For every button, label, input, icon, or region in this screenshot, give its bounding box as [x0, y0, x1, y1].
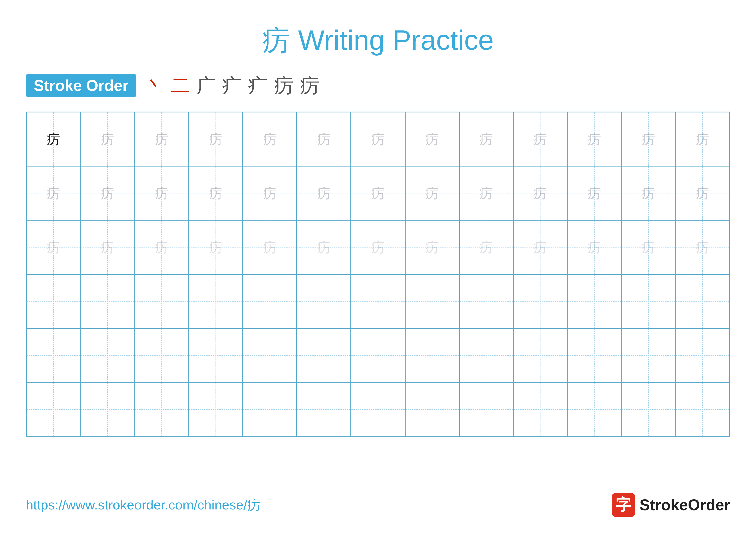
footer: https://www.strokeorder.com/chinese/疠 字 …	[26, 493, 730, 517]
practice-character: 疠	[101, 133, 114, 146]
grid-cell[interactable]: 疠	[513, 166, 567, 220]
grid-cell[interactable]: 疠	[243, 220, 297, 274]
grid-cell[interactable]: 疠	[513, 220, 567, 274]
grid-cell[interactable]: 疠	[459, 166, 513, 220]
stroke-sequence: 丶 二 广 疒 疒 疠 疠	[145, 72, 319, 99]
grid-cell[interactable]: 疠	[189, 112, 243, 166]
grid-row	[26, 274, 730, 328]
practice-character: 疠	[317, 187, 331, 200]
grid-cell[interactable]: 疠	[513, 112, 567, 166]
practice-character: 疠	[588, 187, 601, 200]
stroke-1: 丶	[145, 72, 164, 99]
grid-cell[interactable]	[622, 382, 676, 436]
grid-cell[interactable]: 疠	[26, 112, 80, 166]
grid-cell[interactable]: 疠	[622, 166, 676, 220]
grid-cell[interactable]: 疠	[134, 112, 189, 166]
grid-cell[interactable]: 疠	[351, 166, 405, 220]
practice-character: 疠	[371, 133, 385, 146]
grid-cell[interactable]	[134, 328, 189, 382]
grid-cell[interactable]: 疠	[567, 166, 622, 220]
grid-cell[interactable]: 疠	[459, 112, 513, 166]
grid-cell[interactable]	[189, 328, 243, 382]
practice-character: 疠	[263, 241, 277, 254]
grid-cell[interactable]	[351, 382, 405, 436]
stroke-4: 疒	[222, 72, 242, 99]
practice-character: 疠	[263, 187, 277, 200]
grid-cell[interactable]	[80, 328, 134, 382]
grid-cell[interactable]: 疠	[80, 112, 134, 166]
grid-cell[interactable]	[622, 274, 676, 328]
grid-cell[interactable]	[351, 328, 405, 382]
practice-character: 疠	[696, 187, 709, 200]
grid-cell[interactable]: 疠	[351, 112, 405, 166]
grid-cell[interactable]	[405, 328, 459, 382]
grid-cell[interactable]: 疠	[405, 112, 459, 166]
grid-cell[interactable]	[513, 274, 567, 328]
grid-cell[interactable]	[405, 274, 459, 328]
grid-cell[interactable]	[134, 382, 189, 436]
practice-character: 疠	[642, 187, 655, 200]
grid-cell[interactable]	[297, 382, 351, 436]
grid-cell[interactable]	[351, 274, 405, 328]
grid-cell[interactable]: 疠	[243, 166, 297, 220]
grid-cell[interactable]	[26, 382, 80, 436]
grid-cell[interactable]: 疠	[405, 166, 459, 220]
practice-character: 疠	[588, 133, 601, 146]
grid-cell[interactable]	[243, 274, 297, 328]
grid-cell[interactable]	[513, 382, 567, 436]
grid-cell[interactable]: 疠	[297, 166, 351, 220]
grid-cell[interactable]: 疠	[676, 112, 730, 166]
grid-cell[interactable]	[676, 328, 730, 382]
grid-cell[interactable]: 疠	[297, 220, 351, 274]
grid-cell[interactable]: 疠	[676, 220, 730, 274]
grid-cell[interactable]	[676, 382, 730, 436]
grid-cell[interactable]: 疠	[134, 166, 189, 220]
grid-cell[interactable]	[189, 382, 243, 436]
grid-cell[interactable]	[567, 382, 622, 436]
grid-cell[interactable]	[26, 274, 80, 328]
grid-cell[interactable]	[567, 274, 622, 328]
grid-cell[interactable]	[405, 382, 459, 436]
grid-cell[interactable]	[676, 274, 730, 328]
grid-cell[interactable]	[459, 274, 513, 328]
practice-character: 疠	[263, 133, 277, 146]
grid-cell[interactable]: 疠	[26, 220, 80, 274]
grid-cell[interactable]	[567, 328, 622, 382]
practice-character: 疠	[101, 187, 114, 200]
grid-cell[interactable]	[26, 328, 80, 382]
grid-cell[interactable]: 疠	[351, 220, 405, 274]
grid-cell[interactable]: 疠	[243, 112, 297, 166]
grid-cell[interactable]	[243, 382, 297, 436]
grid-row: 疠疠疠疠疠疠疠疠疠疠疠疠疠	[26, 220, 730, 274]
grid-cell[interactable]	[297, 274, 351, 328]
grid-cell[interactable]: 疠	[26, 166, 80, 220]
grid-cell[interactable]: 疠	[622, 112, 676, 166]
grid-cell[interactable]: 疠	[676, 166, 730, 220]
grid-cell[interactable]: 疠	[297, 112, 351, 166]
writing-grid: 疠疠疠疠疠疠疠疠疠疠疠疠疠疠疠疠疠疠疠疠疠疠疠疠疠疠疠疠疠疠疠疠疠疠疠疠疠疠疠	[26, 112, 730, 437]
grid-cell[interactable]	[622, 328, 676, 382]
grid-cell[interactable]: 疠	[134, 220, 189, 274]
grid-cell[interactable]	[459, 328, 513, 382]
grid-cell[interactable]: 疠	[405, 220, 459, 274]
grid-cell[interactable]: 疠	[80, 220, 134, 274]
grid-cell[interactable]	[297, 328, 351, 382]
stroke-order-badge[interactable]: Stroke Order	[26, 74, 136, 97]
grid-cell[interactable]	[134, 274, 189, 328]
grid-cell[interactable]: 疠	[567, 220, 622, 274]
grid-cell[interactable]: 疠	[189, 166, 243, 220]
grid-cell[interactable]	[243, 328, 297, 382]
footer-url[interactable]: https://www.strokeorder.com/chinese/疠	[26, 496, 260, 514]
grid-cell[interactable]: 疠	[567, 112, 622, 166]
stroke-2: 二	[171, 72, 190, 99]
grid-cell[interactable]: 疠	[189, 220, 243, 274]
grid-cell[interactable]	[513, 328, 567, 382]
grid-cell[interactable]	[80, 382, 134, 436]
grid-cell[interactable]	[80, 274, 134, 328]
grid-cell[interactable]: 疠	[80, 166, 134, 220]
grid-cell[interactable]: 疠	[459, 220, 513, 274]
grid-cell[interactable]	[459, 382, 513, 436]
stroke-6: 疠	[274, 72, 293, 99]
grid-cell[interactable]	[189, 274, 243, 328]
grid-cell[interactable]: 疠	[622, 220, 676, 274]
